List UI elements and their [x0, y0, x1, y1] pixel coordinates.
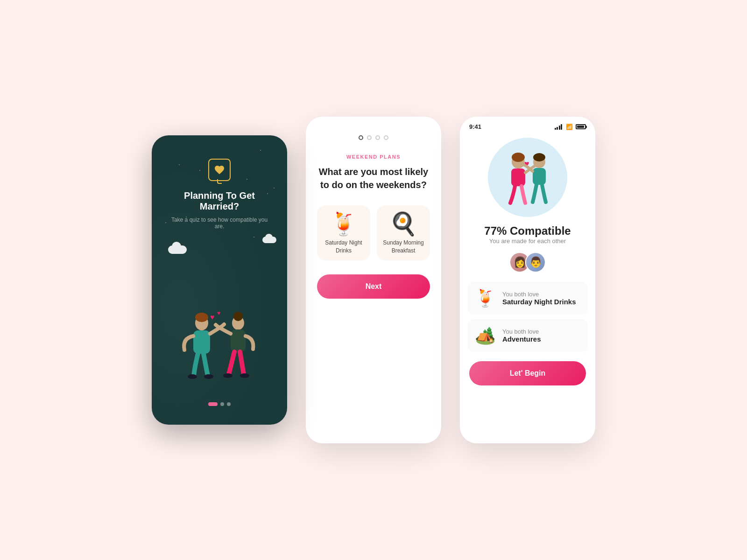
couple-circle-illustration: ♥ — [488, 138, 567, 217]
wifi-icon: 📶 — [566, 124, 573, 130]
activity-drinks: Saturday Night Drinks — [502, 298, 576, 306]
quiz-category: WEEKEND PLANS — [346, 154, 401, 160]
svg-point-18 — [533, 153, 545, 161]
drinks-label: Saturday NightDrinks — [325, 239, 362, 255]
avatar-person2: 👨 — [525, 252, 546, 273]
lets-begin-button[interactable]: Let' Begin — [469, 361, 586, 385]
compatibility-subtitle: You are made for each other — [489, 238, 566, 245]
cloud-left — [168, 245, 187, 254]
heart-message-icon — [208, 159, 231, 181]
dot-1[interactable] — [208, 402, 218, 406]
cloud-right — [262, 237, 276, 243]
progress-dot-4 — [384, 135, 388, 140]
svg-text:♥: ♥ — [210, 313, 215, 321]
screen1-title: Planning To Get Married? — [166, 190, 273, 212]
result-cards: 🍹 You both love Saturday Night Drinks 🏕️… — [467, 282, 588, 352]
onboarding-dots — [208, 402, 231, 406]
quiz-question: What are you most likely to do on the we… — [317, 165, 430, 191]
quiz-options: 🍹 Saturday NightDrinks 🍳 Sunday MorningB… — [317, 205, 430, 260]
svg-point-11 — [223, 373, 233, 378]
adventures-result-emoji: 🏕️ — [475, 326, 496, 345]
screen1-subtitle: Take a quiz to see how compatible you ar… — [166, 217, 273, 230]
battery-icon — [576, 124, 586, 129]
result-card-adventures: 🏕️ You both love Adventures — [467, 319, 588, 352]
activity-adventures: Adventures — [502, 335, 541, 343]
progress-dot-2 — [367, 135, 372, 140]
svg-rect-15 — [511, 168, 525, 186]
svg-point-3 — [188, 374, 197, 379]
progress-dot-3 — [375, 135, 380, 140]
result-card-drinks: 🍹 You both love Saturday Night Drinks — [467, 282, 588, 315]
couple-illustration: ♥ ♥ — [168, 294, 271, 387]
drinks-result-emoji: 🍹 — [475, 288, 496, 308]
signal-bars-icon — [555, 124, 563, 130]
svg-point-8 — [233, 312, 243, 321]
result-text-drinks: You both love Saturday Night Drinks — [502, 291, 576, 306]
status-icons: 📶 — [555, 124, 586, 130]
you-both-adventures: You both love — [502, 328, 541, 335]
screen1-onboarding: Planning To Get Married? Take a quiz to … — [152, 135, 287, 425]
dot-3[interactable] — [227, 402, 231, 406]
svg-rect-19 — [533, 168, 546, 185]
svg-point-1 — [195, 313, 208, 322]
option-sunday-breakfast[interactable]: 🍳 Sunday MorningBreakfast — [377, 205, 430, 260]
svg-rect-2 — [193, 330, 210, 354]
next-button[interactable]: Next — [317, 274, 430, 299]
avatars-row: 👩 👨 — [509, 252, 546, 273]
compatibility-percent: 77% Compatible — [484, 224, 571, 238]
breakfast-emoji: 🍳 — [389, 213, 417, 235]
dot-2[interactable] — [220, 402, 224, 406]
breakfast-label: Sunday MorningBreakfast — [383, 239, 423, 255]
progress-dot-1 — [359, 135, 363, 140]
result-text-adventures: You both love Adventures — [502, 328, 541, 343]
option-saturday-drinks[interactable]: 🍹 Saturday NightDrinks — [317, 205, 370, 260]
quiz-progress — [359, 135, 388, 140]
screen2-quiz: WEEKEND PLANS What are you most likely t… — [306, 117, 441, 443]
svg-point-14 — [512, 153, 525, 162]
you-both-drinks: You both love — [502, 291, 576, 298]
svg-point-12 — [240, 373, 249, 378]
status-bar: 9:41 📶 — [460, 117, 595, 130]
drinks-emoji: 🍹 — [330, 213, 358, 235]
svg-point-4 — [204, 374, 213, 379]
svg-text:♥: ♥ — [217, 310, 220, 316]
status-time: 9:41 — [469, 123, 481, 130]
screen3-results: 9:41 📶 ♥ — [460, 117, 595, 443]
svg-rect-10 — [231, 329, 246, 352]
